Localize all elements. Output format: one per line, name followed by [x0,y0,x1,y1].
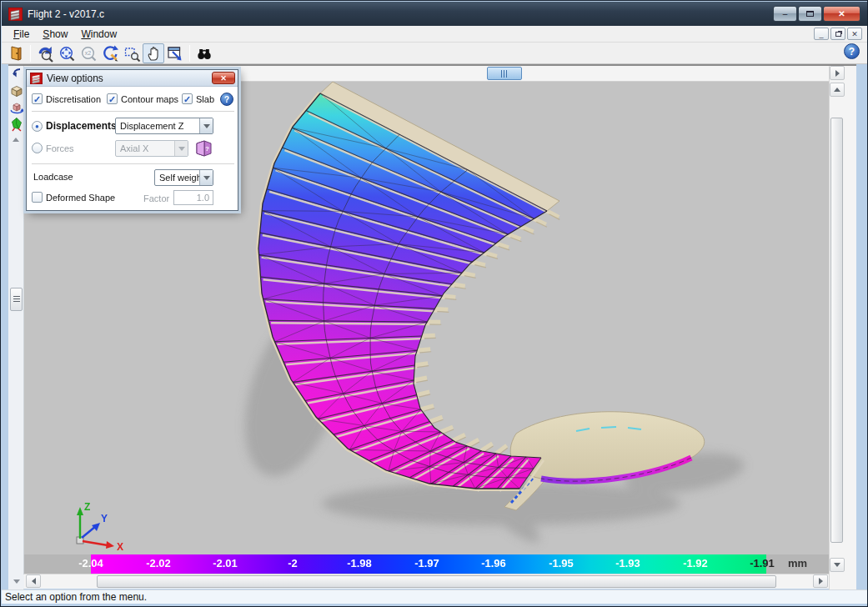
minimize-button[interactable]: – [773,6,797,22]
redraw-icon[interactable] [99,43,121,63]
legend-value: -2.01 [196,557,254,569]
axis-triad: Z Y X [77,501,123,553]
legend-value: -1.93 [599,557,657,569]
legend-unit: mm [775,557,820,569]
child-restore-button[interactable] [830,28,845,40]
contour-maps-checkbox[interactable]: ✓ [107,93,118,104]
svg-text:?: ? [205,145,209,153]
contour-legend: -2.04 -2.02 -2.01 -2 -1.98 -1.97 -1.96 -… [24,554,829,574]
top-scrollbar-thumb[interactable] [487,67,522,80]
application-window: Flight 2 - v2017.c – ✕ File Show Window … [0,0,868,607]
maximize-button[interactable] [798,6,822,22]
status-text: Select an option from the menu. [5,591,147,603]
forces-radio[interactable] [32,143,43,153]
displacement-dropdown[interactable]: Displacement Z [115,118,213,134]
isometric-view-icon[interactable] [8,83,24,99]
help-icon[interactable]: ? [844,43,860,59]
shaded-view-icon[interactable] [8,116,24,133]
dialog-app-icon [30,73,43,84]
legend-value: -1.96 [464,557,523,569]
factor-input[interactable] [173,190,213,205]
loadcase-dropdown[interactable]: Self weight [154,169,213,186]
axis-x-label: X [117,541,123,553]
displacements-label: Displacements [46,120,117,132]
legend-value: -2 [263,557,322,569]
dialog-close-button[interactable]: ✕ [212,72,235,84]
child-minimize-button[interactable]: _ [814,28,829,40]
chevron-down-icon[interactable] [199,118,213,133]
title-bar[interactable]: Flight 2 - v2017.c – ✕ [2,2,867,26]
forces-label: Forces [46,143,74,153]
vertical-scrollbar-thumb[interactable] [830,118,843,543]
pan-hand-icon[interactable] [143,43,164,63]
menu-file[interactable]: File [7,27,36,42]
scroll-right-button[interactable] [830,66,845,80]
legend-value: -1.97 [398,557,456,569]
zoom-extents-icon[interactable] [56,43,78,63]
loadcase-label: Loadcase [33,172,73,182]
legend-value: -1.95 [532,557,590,569]
factor-label: Factor [143,193,169,203]
vertical-scrollbar[interactable] [829,66,844,589]
legend-value: -2.04 [62,557,120,569]
scroll-up-button[interactable] [830,83,845,97]
view-options-dialog[interactable]: View options ✕ ✓ Discretisation ✓ Contou… [26,69,238,211]
chevron-down-icon[interactable] [199,170,213,185]
toolbar-separator [30,45,31,62]
forces-value: Axial X [116,143,174,153]
scroll-right-button[interactable] [813,574,828,588]
dialog-title: View options [47,73,103,84]
window-title: Flight 2 - v2017.c [28,8,104,20]
deformed-shape-label: Deformed Shape [46,193,115,203]
menu-window[interactable]: Window [74,27,123,42]
dialog-help-icon[interactable]: ? [220,93,233,106]
window-frame-right [856,64,868,589]
forces-dropdown: Axial X [115,140,188,157]
toolbar-scroll-down-button[interactable] [8,574,24,589]
slab-checkbox[interactable]: ✓ [182,93,193,104]
legend-value: -1.98 [330,557,389,569]
discretisation-label: Discretisation [46,94,101,104]
splitter-handle[interactable] [10,288,23,311]
slab-label: Slab [196,94,214,104]
status-bar: Select an option from the menu. [2,589,867,604]
discretisation-checkbox[interactable]: ✓ [32,93,43,104]
axis-y-label: Y [101,513,108,524]
zoom-x2-icon[interactable]: x2 [78,43,99,63]
close-button[interactable]: ✕ [823,6,860,22]
deformed-shape-checkbox[interactable] [32,192,43,203]
bottom-scrollbar-thumb[interactable] [97,575,776,588]
chevron-down-icon [174,141,188,156]
zoom-previous-icon[interactable] [34,43,56,63]
rotate-model-icon[interactable] [8,99,24,116]
grip-icon [13,296,20,304]
separator [32,163,234,165]
toolbar-separator [189,45,190,62]
maximize-icon [806,11,814,17]
main-toolbar: x2 [2,43,867,64]
find-binoculars-icon[interactable] [193,43,215,63]
rotate-view-icon[interactable] [8,66,24,83]
scroll-left-button[interactable] [26,574,41,588]
displacement-value: Displacement Z [116,121,199,131]
window-frame-bottom [2,604,867,607]
exit-door-icon[interactable] [5,43,27,63]
scroll-down-button[interactable] [830,558,845,572]
svg-text:x2: x2 [85,50,92,56]
results-book-button[interactable]: ? [193,139,213,159]
window-frame-left [2,64,8,589]
menu-bar: File Show Window _ ✕ [2,26,867,43]
dialog-title-bar[interactable]: View options ✕ [27,70,238,87]
toolbar-scroll-up-icon[interactable] [13,138,19,142]
child-close-button[interactable]: ✕ [847,28,862,40]
axis-z-label: Z [84,501,90,513]
bottom-horizontal-scrollbar[interactable] [24,574,829,589]
app-icon [8,8,23,21]
client-margin [844,64,856,589]
grip-icon [501,70,509,78]
legend-value: -1.92 [666,557,725,569]
displacements-radio[interactable]: ● [32,121,43,132]
fit-window-icon[interactable] [164,43,186,63]
zoom-window-icon[interactable] [121,43,143,63]
menu-show[interactable]: Show [36,27,74,42]
